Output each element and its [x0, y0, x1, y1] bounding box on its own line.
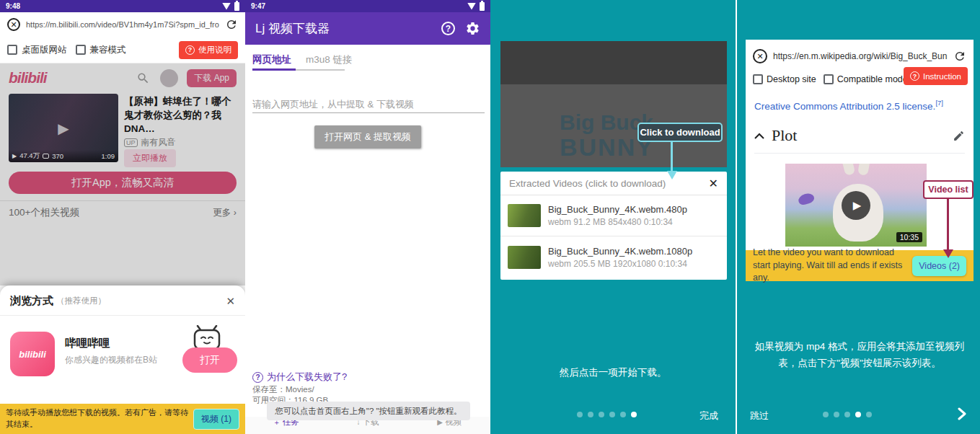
tab-active-indicator: [252, 68, 296, 71]
url-text[interactable]: https://en.m.wikipedia.org/wiki/Big_Buck…: [773, 51, 948, 61]
help-icon: ?: [185, 45, 195, 55]
open-app-store-button[interactable]: 打开: [182, 347, 237, 373]
tutorial-banner: Let the video you want to download start…: [746, 250, 974, 281]
url-text[interactable]: https://m.bilibili.com/video/BV1hm4y1m7S…: [26, 20, 219, 29]
browse-mode-sheet: 浏览方式 （推荐使用） ✕ bilibili 哔哩哔哩 你感兴趣的视频都在B站 …: [0, 285, 245, 404]
callout-arrow-head: [667, 171, 677, 180]
callout-arrow-line: [947, 199, 949, 249]
tab-web-address[interactable]: 网页地址: [252, 53, 291, 66]
skip-button[interactable]: 跳过: [750, 409, 769, 422]
divider: [754, 153, 965, 154]
video-name: Big_Buck_Bunny_4K.webm.480p: [548, 204, 687, 215]
video-meta: webm 91.2 MB 854x480 0:10:34: [548, 217, 687, 227]
compatible-mode-checkbox[interactable]: [76, 45, 86, 55]
plot-section-header[interactable]: Plot: [754, 126, 965, 145]
refresh-icon[interactable]: [953, 50, 966, 63]
callout-arrow-line: [671, 142, 673, 171]
url-bar: ✕ https://m.bilibili.com/video/BV1hm4y1m…: [0, 12, 245, 37]
banner-text: Let the video you want to download start…: [753, 247, 906, 285]
extract-video-button[interactable]: 打开网页 & 提取视频: [314, 125, 421, 149]
click-to-download-callout: Click to download: [637, 123, 723, 142]
screen-downloader-home: 9:47 Lj 视频下载器 ? 网页地址 m3u8 链接 请输入网页地址，从中提…: [245, 0, 490, 434]
bunny-art: [857, 164, 873, 176]
video-list-callout: Video list: [923, 180, 974, 199]
close-circle-icon[interactable]: ✕: [753, 49, 767, 63]
app-screenshot: Big Buck BUNNY: [500, 41, 727, 167]
panel-header: Extracted Videos (click to download) ✕: [500, 172, 727, 195]
done-button[interactable]: 完成: [699, 409, 718, 422]
close-circle-icon[interactable]: ✕: [7, 18, 20, 31]
url-input[interactable]: 请输入网页地址，从中提取 & 下载视频: [252, 98, 483, 111]
video-name: Big_Buck_Bunny_4K.webm.1080p: [548, 246, 692, 257]
tutorial-hint: 如果视频为 mp4 格式，应用会将其添加至视频列表，点击下方"视频"按钮展示该列…: [753, 339, 966, 372]
video-item[interactable]: Big_Buck_Bunny_4K.webm.1080p webm 205.5 …: [500, 236, 727, 278]
tutorial-screenshot-collage: 9:48 ✕ https://m.bilibili.com/video/BV1h…: [0, 0, 980, 434]
wifi-icon: [467, 3, 476, 10]
help-icon: ?: [252, 372, 263, 383]
status-bar: 9:47: [245, 0, 490, 12]
video-meta: webm 205.5 MB 1920x1080 0:10:34: [548, 259, 692, 269]
divider: [0, 315, 245, 316]
bilibili-app-icon: bilibili: [10, 332, 55, 376]
app-name: 哔哩哔哩: [65, 336, 110, 351]
compatible-mode-label: Compatible mode: [837, 74, 908, 84]
tutorial-banner: 等待或手动播放您想下载的视频。若有广告，请等待其结束。 视频 (1): [0, 404, 245, 434]
bilibili-page: bilibili 下载 App ▶ ▶47.4万 370 1:09 【原神】蚌埠…: [0, 63, 245, 285]
app-screenshot: ✕ https://en.m.wikipedia.org/wiki/Big_Bu…: [746, 40, 974, 250]
license-link[interactable]: Creative Commons Attribution 2.5 license…: [754, 101, 935, 112]
app-description: 你感兴趣的视频都在B站: [65, 354, 157, 366]
banner-text: 等待或手动播放您想下载的视频。若有广告，请等待其结束。: [6, 407, 189, 430]
panel-title: Extracted Videos (click to download): [509, 178, 709, 189]
compatible-mode-checkbox[interactable]: [824, 74, 834, 84]
page-indicator: [577, 412, 637, 417]
bunny-art: [838, 164, 856, 176]
tutorial-hint: 然后点击一项开始下载。: [490, 366, 736, 379]
screenshot-header: [500, 41, 727, 84]
toast-message: 您可以点击首页面右上角"? "按钮重新观看此教程。: [267, 402, 470, 420]
desktop-site-checkbox[interactable]: [753, 74, 763, 84]
videos-count-button[interactable]: Videos (2): [912, 256, 966, 276]
url-bar: ✕ https://en.m.wikipedia.org/wiki/Big_Bu…: [746, 45, 974, 67]
input-underline: [252, 112, 485, 113]
desktop-site-checkbox[interactable]: [7, 45, 17, 55]
settings-gear-icon[interactable]: [465, 21, 480, 36]
tab-m3u8-link[interactable]: m3u8 链接: [306, 53, 353, 66]
videos-count-button[interactable]: 视频 (1): [193, 409, 239, 430]
instruction-button[interactable]: ? Instruction: [904, 67, 968, 85]
play-button[interactable]: ▶: [842, 191, 870, 220]
video-item[interactable]: Big_Buck_Bunny_4K.webm.480p webm 91.2 MB…: [500, 195, 727, 236]
sheet-hint: （推荐使用）: [56, 296, 106, 306]
license-line: Creative Commons Attribution 2.5 license…: [754, 99, 943, 112]
butterfly-art: [797, 192, 815, 206]
screen-tutorial-extracted: Big Buck BUNNY Click to download Extract…: [490, 0, 736, 434]
reference-7[interactable]: [7]: [935, 99, 943, 107]
wiki-video-thumbnail[interactable]: ▶ 10:35: [785, 164, 927, 247]
edit-pencil-icon[interactable]: [953, 130, 965, 142]
battery-icon: [234, 2, 239, 11]
help-icon: ?: [910, 71, 919, 81]
sheet-title: 浏览方式: [10, 294, 53, 308]
battery-icon: [480, 2, 485, 11]
extracted-videos-panel: Extracted Videos (click to download) ✕ B…: [500, 172, 727, 280]
browser-options-row: 桌面版网站 兼容模式 ? 使用说明: [0, 37, 245, 63]
compatible-mode-label: 兼容模式: [90, 44, 126, 56]
why-failed-link[interactable]: ? 为什么下载失败了?: [252, 371, 347, 384]
section-title: Plot: [772, 126, 797, 145]
next-arrow-button[interactable]: [958, 407, 966, 420]
dim-overlay: [0, 63, 245, 285]
duration-badge: 10:35: [896, 232, 922, 242]
refresh-icon[interactable]: [225, 18, 238, 31]
close-icon[interactable]: ✕: [709, 177, 718, 190]
status-time: 9:47: [251, 2, 265, 10]
video-thumbnail: [508, 246, 541, 269]
help-icon[interactable]: ?: [441, 22, 455, 35]
app-title: Lj 视频下载器: [255, 20, 431, 37]
desktop-site-label: 桌面版网站: [22, 44, 67, 56]
instruction-button[interactable]: ? 使用说明: [179, 41, 238, 59]
callout-arrow-head: [943, 249, 953, 258]
video-thumbnail: [508, 204, 541, 227]
screen-browser-bilibili: 9:48 ✕ https://m.bilibili.com/video/BV1h…: [0, 0, 245, 434]
wifi-icon: [222, 3, 231, 10]
desktop-site-label: Desktop site: [767, 74, 816, 84]
close-icon[interactable]: ✕: [226, 295, 235, 308]
